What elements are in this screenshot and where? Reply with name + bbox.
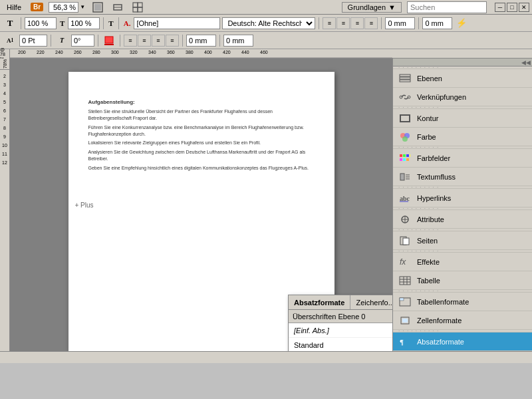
align-btns-2: ≡ ≡ ≡ ≡ — [124, 35, 179, 47]
panel-item-ebenen[interactable]: Ebenen — [393, 69, 532, 88]
align-justify-2[interactable]: ≡ — [166, 35, 179, 47]
swatches-icon — [398, 153, 412, 164]
svg-rect-37 — [403, 238, 409, 245]
zoom-control: ▼ — [49, 2, 85, 13]
sep-1 — [21, 17, 21, 29]
panel-item-absatzformate[interactable]: ¶ Absatzformate — [393, 332, 532, 351]
ruler-corner: @ 78 % — [0, 49, 10, 59]
text-tool-btn[interactable]: T — [3, 17, 17, 30]
panel-label-absatzformate: Absatzformate — [417, 338, 527, 346]
mm-input-2[interactable] — [422, 17, 452, 29]
svg-rect-23 — [410, 154, 410, 157]
panel-item-tabellenformate[interactable]: Tabellenformate — [393, 293, 532, 311]
svg-rect-25 — [403, 158, 406, 161]
panel-label-seiten: Seiten — [417, 237, 527, 245]
toolbar-icon-2[interactable] — [110, 1, 125, 14]
tableformat-icon — [398, 297, 412, 307]
panel-item-attribute[interactable]: Attribute — [393, 210, 532, 229]
panel-label-zellenformate: Zellenformate — [417, 317, 527, 325]
panel-item-verknuepfungen[interactable]: Verknüpfungen — [393, 88, 532, 106]
svg-rect-7 — [138, 7, 142, 12]
align-center-2[interactable]: ≡ — [138, 35, 151, 47]
panel-item-kontur[interactable]: Kontur — [393, 109, 532, 128]
panel-item-zellenformate[interactable]: Zellenformate — [393, 311, 532, 330]
panel-label-hyperlinks: Hyperlinks — [417, 194, 527, 202]
hyperlink-icon: abc — [398, 193, 412, 203]
menu-hilfe[interactable]: Hilfe — [3, 2, 25, 13]
svg-rect-45 — [400, 298, 404, 301]
para-tab-absatz[interactable]: Absatzformate — [289, 295, 350, 309]
panel-item-hyperlinks[interactable]: abc Hyperlinks — [393, 189, 532, 207]
para-item-label: [Einf. Abs.] — [294, 327, 329, 334]
sep-10 — [182, 35, 183, 47]
para-item-label: Standard — [294, 341, 324, 349]
align-justify[interactable]: ≡ — [364, 17, 378, 29]
panel-label-tabellenformate: Tabellenformate — [417, 298, 527, 306]
panel-label-kontur: Kontur — [417, 114, 527, 122]
deg-input[interactable] — [71, 35, 94, 47]
ruler-horizontal: /* ticks rendered inline */ 200 220 240 … — [10, 49, 392, 58]
zoom-input[interactable] — [49, 2, 78, 13]
mm-input-4[interactable] — [223, 35, 253, 47]
align-left[interactable]: ≡ — [323, 17, 336, 29]
sep-7 — [51, 35, 51, 47]
t-italic-btn[interactable]: T — [55, 34, 69, 47]
svg-rect-16 — [400, 115, 410, 122]
svg-rect-8 — [105, 37, 113, 43]
panel-item-tabelle[interactable]: Tabelle — [393, 271, 532, 290]
align-center[interactable]: ≡ — [336, 17, 350, 29]
pt-input[interactable] — [19, 35, 47, 47]
svg-rect-47 — [402, 319, 408, 323]
window-controls: ─ □ ✕ — [495, 3, 529, 12]
cellformat-icon — [398, 315, 412, 326]
panel-item-farbfelder[interactable]: Farbfelder — [393, 149, 532, 168]
para-item-einf-abs[interactable]: [Einf. Abs.] — [289, 323, 392, 338]
panel-item-effekte[interactable]: fx Effekte — [393, 253, 532, 271]
layers-icon — [398, 73, 412, 84]
grundlagen-btn[interactable]: Grundlagen ▼ — [342, 2, 402, 13]
panel-label-tabelle: Tabelle — [417, 277, 527, 285]
panel-label-attribute: Attribute — [417, 215, 527, 223]
mm-input-3[interactable] — [186, 35, 216, 47]
canvas-area: Aufgabenstellung: Stellen Sie eine struk… — [10, 59, 392, 351]
lightning-btn[interactable]: ⚡ — [454, 17, 469, 30]
panel-label-farbfelder: Farbfelder — [417, 154, 527, 162]
panel-item-farbe[interactable]: Farbe — [393, 128, 532, 146]
minimize-btn[interactable]: ─ — [495, 3, 505, 12]
t-subscript-btn[interactable]: A1 — [3, 34, 17, 47]
color-underline-btn[interactable] — [102, 34, 116, 47]
svg-rect-24 — [400, 158, 402, 161]
maximize-btn[interactable]: □ — [507, 3, 517, 12]
paraformat-icon: ¶ — [398, 336, 412, 347]
align-right-2[interactable]: ≡ — [152, 35, 165, 47]
effects-icon: fx — [398, 257, 412, 267]
para-panel-title: Überschriften Ebene 0 ⚡ — [289, 310, 392, 323]
svg-text:fx: fx — [400, 257, 406, 267]
zoom-pct-1[interactable] — [25, 17, 57, 29]
zoom-pct-2[interactable] — [68, 17, 100, 29]
panel-item-seiten[interactable]: Seiten — [393, 231, 532, 250]
svg-rect-20 — [400, 154, 402, 157]
svg-rect-27 — [400, 174, 404, 180]
panel-item-textumfluss[interactable]: Textumfluss — [393, 168, 532, 186]
toolbar-icon-3[interactable] — [130, 1, 145, 14]
zoom-arrow-down[interactable]: ▼ — [80, 4, 85, 10]
font-input[interactable] — [134, 17, 220, 29]
toolbar-icon-1[interactable] — [90, 1, 105, 14]
page-para-5: Geben Sie eine Empfehlung hinsichtlich e… — [88, 165, 315, 172]
svg-rect-4 — [133, 3, 138, 7]
align-left-2[interactable]: ≡ — [124, 35, 137, 47]
language-select[interactable]: Deutsch: Alte Rechtschreib. — [222, 17, 315, 29]
align-right[interactable]: ≡ — [350, 17, 364, 29]
search-input[interactable] — [407, 1, 487, 13]
close-btn[interactable]: ✕ — [519, 3, 529, 12]
sep-6 — [418, 17, 419, 29]
svg-rect-13 — [400, 80, 410, 82]
para-item-standard[interactable]: Standard 📄 — [289, 338, 392, 351]
svg-text:¶: ¶ — [400, 338, 404, 346]
page-para-4: Analysieren Sie die Gewichtung zwischen … — [88, 149, 315, 162]
mm-input-1[interactable] — [385, 17, 415, 29]
right-panel: ◀◀ · · · · · · · · · · Ebenen Verknüpfun… — [392, 59, 532, 351]
para-tab-zeichen[interactable]: Zeichenfo... — [350, 297, 392, 309]
page-para-3: Lokalisieren Sie relevante Zielgruppen e… — [88, 140, 315, 146]
